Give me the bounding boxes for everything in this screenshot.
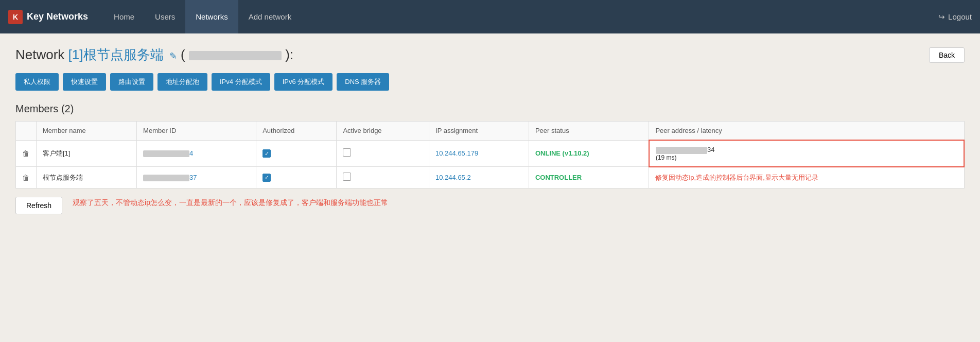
members-table: Member name Member ID Authorized Active … (15, 121, 965, 189)
col-header-delete (16, 122, 37, 141)
title-paren-open: ( (181, 47, 185, 62)
col-header-member-id: Member ID (137, 122, 256, 141)
table-row: 🗑 客户端[1] 4 ✓ 10.244. (16, 140, 965, 167)
active-bridge-cell-1 (337, 140, 429, 167)
col-header-peer-status: Peer status (529, 122, 649, 141)
member-id-link-1[interactable]: 4 (143, 149, 193, 157)
title-paren-close: ): (285, 47, 293, 62)
member-name-2: 根节点服务端 (43, 174, 83, 181)
member-name-cell-1: 客户端[1] (37, 140, 137, 167)
peer-address-cell-1: 34 (19 ms) (649, 140, 964, 167)
btn-route-settings[interactable]: 路由设置 (110, 73, 153, 91)
authorized-cell-2: ✓ (256, 167, 337, 189)
navbar-brand[interactable]: K Key Networks (8, 10, 88, 24)
table-header-row: Member name Member ID Authorized Active … (16, 122, 965, 141)
edit-icon[interactable]: ✎ (169, 51, 177, 61)
delete-cell-2: 🗑 (16, 167, 37, 189)
peer-address-comment: 修复因动态ip,造成的控制器后台界面,显示大量无用记录 (655, 174, 818, 181)
col-header-member-name: Member name (37, 122, 137, 141)
page-header: Network [1]根节点服务端 ✎ ( ): Back (15, 46, 965, 64)
peer-address-1: 34 (656, 146, 957, 154)
navbar: K Key Networks Home Users Networks Add n… (0, 0, 980, 33)
btn-address-pool[interactable]: 地址分配池 (157, 73, 207, 91)
comment-main: 观察了五天，不管动态ip怎么变，一直是最新的一个，应该是修复成了，客户端和服务端… (73, 197, 965, 208)
checkbox-bridge-1[interactable] (343, 148, 351, 157)
peer-addr-suffix-1: 34 (707, 146, 714, 153)
network-ip-blurred (189, 51, 282, 60)
checkbox-authorized-2[interactable]: ✓ (262, 174, 271, 182)
refresh-button[interactable]: Refresh (15, 197, 62, 214)
col-header-authorized: Authorized (256, 122, 337, 141)
navbar-nav: Home Users Networks Add network (103, 0, 938, 33)
checkbox-bridge-2[interactable] (343, 173, 351, 181)
member-name-1: 客户端[1] (43, 149, 70, 157)
action-buttons: 私人权限 快速设置 路由设置 地址分配池 IPv4 分配模式 IPv6 分配模式… (15, 73, 965, 91)
member-id-cell-2: 37 (137, 167, 256, 189)
back-button[interactable]: Back (929, 47, 965, 63)
logout-label: Logout (948, 12, 972, 21)
logout-icon: ↪ (938, 12, 945, 22)
peer-status-2: CONTROLLER (535, 174, 582, 181)
peer-addr-blurred-1 (656, 147, 707, 154)
btn-ipv4-mode[interactable]: IPv4 分配模式 (212, 73, 270, 91)
logout-button[interactable]: ↪ Logout (938, 12, 972, 22)
btn-ipv6-mode[interactable]: IPv6 分配模式 (274, 73, 333, 91)
nav-item-add-network[interactable]: Add network (238, 0, 302, 33)
peer-latency-1: (19 ms) (656, 154, 957, 161)
delete-icon-1[interactable]: 🗑 (22, 149, 29, 158)
nav-item-networks[interactable]: Networks (185, 0, 238, 33)
title-prefix: Network (15, 47, 64, 62)
col-header-peer-address: Peer address / latency (649, 122, 964, 141)
peer-status-cell-2: CONTROLLER (529, 167, 649, 189)
col-header-ip-assignment: IP assignment (429, 122, 529, 141)
btn-private-permissions[interactable]: 私人权限 (15, 73, 59, 91)
active-bridge-cell-2 (337, 167, 429, 189)
peer-address-cell-2: 修复因动态ip,造成的控制器后台界面,显示大量无用记录 (649, 167, 964, 189)
btn-dns-server[interactable]: DNS 服务器 (337, 73, 389, 91)
table-row: 🗑 根节点服务端 37 ✓ 10.244 (16, 167, 965, 189)
btn-quick-settings[interactable]: 快速设置 (63, 73, 106, 91)
ip-link-2[interactable]: 10.244.65.2 (435, 174, 471, 181)
network-id: [1]根节点服务端 (68, 47, 164, 62)
ip-cell-2: 10.244.65.2 (429, 167, 529, 189)
main-content: Network [1]根节点服务端 ✎ ( ): Back 私人权限 快速设置 … (0, 33, 980, 227)
navbar-logo: K (8, 10, 23, 24)
bottom-section: Refresh 观察了五天，不管动态ip怎么变，一直是最新的一个，应该是修复成了… (15, 197, 965, 214)
member-id-cell-1: 4 (137, 140, 256, 167)
nav-item-home[interactable]: Home (103, 0, 145, 33)
delete-icon-2[interactable]: 🗑 (22, 174, 29, 182)
ip-link-1[interactable]: 10.244.65.179 (435, 149, 478, 157)
member-id-blurred-1 (143, 150, 189, 157)
nav-item-users[interactable]: Users (145, 0, 185, 33)
ip-cell-1: 10.244.65.179 (429, 140, 529, 167)
member-id-blurred-2 (143, 175, 189, 181)
navbar-brand-label: Key Networks (27, 11, 88, 22)
member-id-link-2[interactable]: 37 (143, 174, 197, 181)
checkbox-authorized-1[interactable]: ✓ (262, 149, 271, 158)
peer-status-cell-1: ONLINE (v1.10.2) (529, 140, 649, 167)
authorized-cell-1: ✓ (256, 140, 337, 167)
member-name-cell-2: 根节点服务端 (37, 167, 137, 189)
delete-cell-1: 🗑 (16, 140, 37, 167)
members-title: Members (2) (15, 103, 965, 115)
peer-status-1: ONLINE (v1.10.2) (535, 149, 589, 157)
col-header-active-bridge: Active bridge (337, 122, 429, 141)
page-title: Network [1]根节点服务端 ✎ ( ): (15, 46, 293, 64)
